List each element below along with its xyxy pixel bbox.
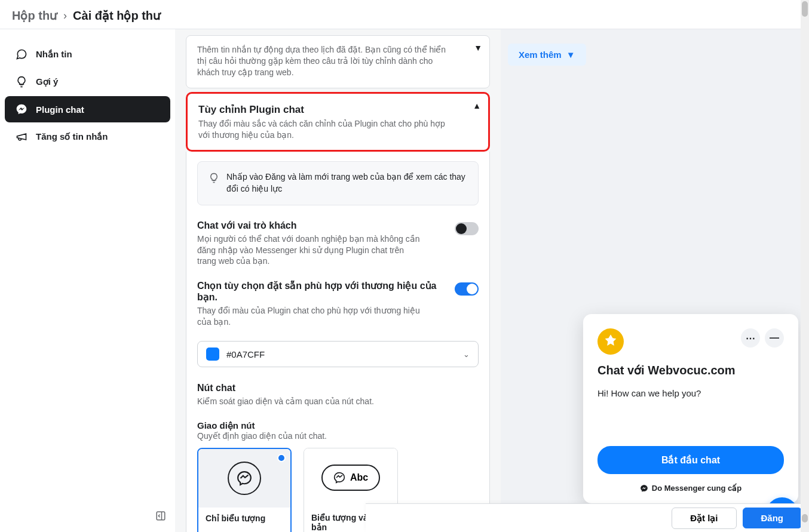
card-customize-plugin[interactable]: Tùy chỉnh Plugin chat Thay đổi màu sắc v… (186, 92, 490, 152)
chat-button-section: Nút chat Kiểm soát giao diện và cảm quan… (197, 383, 479, 407)
minimize-button[interactable]: — (765, 328, 784, 348)
megaphone-icon (16, 131, 27, 143)
powered-by-messenger: Do Messenger cung cấp (597, 484, 784, 493)
color-swatch (206, 348, 219, 361)
subsection-description: Quyết định giao diện của nút chat. (197, 431, 479, 441)
card-description: Thay đổi màu sắc và cách căn chỉnh của P… (198, 118, 477, 141)
preview-panel: Xem thêm ▼ ⋯ — Chat với Webvocuc.com Hi!… (501, 29, 809, 532)
sidebar-item-plugin-chat[interactable]: Plugin chat (5, 96, 170, 122)
messenger-icon (16, 103, 27, 115)
sidebar-item-label: Gợi ý (36, 76, 58, 87)
start-chat-button[interactable]: Bắt đầu chat (597, 446, 784, 474)
minus-icon: — (770, 333, 779, 343)
chevron-down-icon: ⌄ (463, 350, 470, 359)
sidebar-item-label: Plugin chat (36, 104, 84, 115)
footer-actions: Đặt lại Đăng (366, 503, 809, 532)
card-title: Tùy chỉnh Plugin chat (198, 103, 477, 116)
guest-chat-toggle[interactable] (455, 222, 479, 235)
subsection-title: Giao diện nút (197, 420, 479, 431)
sidebar-item-boost-messages[interactable]: Tăng số tin nhắn (5, 124, 170, 150)
publish-button[interactable]: Đăng (743, 508, 802, 528)
section-title: Nút chat (197, 383, 479, 393)
bulb-icon (16, 76, 27, 88)
breadcrumb-separator-icon: › (63, 10, 67, 22)
brand-preset-setting: Chọn tùy chọn đặt sẵn phù hợp với thương… (197, 280, 479, 328)
color-hex-value: #0A7CFF (226, 349, 265, 359)
caret-down-icon: ▼ (566, 50, 575, 60)
brand-preset-toggle[interactable] (455, 282, 479, 296)
guest-chat-setting: Chat với vai trò khách Mọi người có thể … (197, 220, 479, 267)
sidebar: Nhắn tin Gợi ý Plugin chat Tăng số tin n… (0, 29, 175, 532)
setting-description: Mọi người có thể chat với doanh nghiệp b… (197, 233, 455, 267)
chat-greeting: Hi! How can we help you? (597, 388, 784, 398)
dots-icon: ⋯ (746, 333, 755, 344)
publish-hint: Nhấp vào Đăng và làm mới trang web của b… (197, 161, 479, 205)
breadcrumb: Hộp thư › Cài đặt hộp thư (0, 0, 809, 29)
more-options-button[interactable]: ⋯ (741, 328, 760, 348)
color-picker[interactable]: #0A7CFF ⌄ (197, 341, 479, 367)
sidebar-item-label: Nhắn tin (36, 49, 72, 60)
settings-panel: Thêm tin nhắn tự động dựa theo lịch đã đ… (175, 29, 501, 532)
messenger-icon (640, 484, 648, 493)
reset-button[interactable]: Đặt lại (672, 508, 736, 529)
section-description: Kiểm soát giao diện và cảm quan của nút … (197, 396, 479, 407)
card-description: Thêm tin nhắn tự động dựa theo lịch đã đ… (197, 44, 479, 78)
card-auto-messages[interactable]: Thêm tin nhắn tự động dựa theo lịch đã đ… (186, 35, 490, 88)
selected-indicator-icon (277, 454, 286, 462)
chat-plugin-preview: ⋯ — Chat với Webvocuc.com Hi! How can we… (583, 314, 798, 503)
bulb-icon (209, 173, 219, 186)
setting-description: Thay đổi màu của Plugin chat cho phù hợp… (197, 305, 455, 328)
customize-section-body: Nhấp vào Đăng và làm mới trang web của b… (186, 152, 490, 532)
chat-icon (16, 48, 27, 60)
business-avatar (597, 328, 624, 355)
chat-title: Chat với Webvocuc.com (597, 363, 784, 377)
hint-text: Nhấp vào Đăng và làm mới trang web của b… (226, 171, 467, 195)
show-more-button[interactable]: Xem thêm ▼ (508, 44, 586, 66)
setting-title: Chat với vai trò khách (197, 220, 455, 231)
option-label: Chỉ biểu tượng (198, 508, 290, 529)
sidebar-item-messaging[interactable]: Nhắn tin (5, 41, 170, 67)
setting-title: Chọn tùy chọn đặt sẵn phù hợp với thương… (197, 280, 455, 303)
button-style-icon-only[interactable]: Chỉ biểu tượng (197, 448, 292, 532)
breadcrumb-root[interactable]: Hộp thư (12, 8, 57, 23)
chevron-up-icon: ▲ (473, 101, 481, 110)
collapse-sidebar-icon[interactable] (155, 511, 166, 524)
chevron-down-icon: ▼ (474, 43, 482, 53)
breadcrumb-current: Cài đặt hộp thư (73, 8, 161, 23)
scrollbar-page[interactable] (801, 0, 809, 532)
sidebar-item-label: Tăng số tin nhắn (36, 131, 108, 142)
sidebar-item-suggestions[interactable]: Gợi ý (5, 69, 170, 95)
